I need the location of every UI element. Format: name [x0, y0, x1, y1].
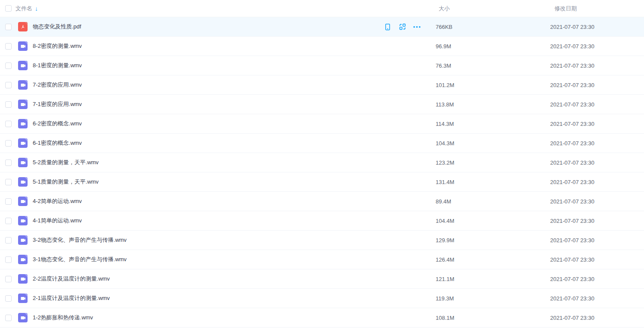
table-row[interactable]: 5-1质量的测量，天平.wmv 131.4M 2021-07-07 23:30: [0, 172, 644, 192]
file-date: 2021-07-07 23:30: [549, 179, 644, 185]
file-date: 2021-07-07 23:30: [549, 24, 644, 30]
file-name[interactable]: 7-2密度的应用.wmv: [33, 81, 82, 89]
video-file-icon: [18, 313, 28, 322]
table-row[interactable]: 2-2温度计及温度计的测量.wmv 121.1M 2021-07-07 23:3…: [0, 269, 644, 289]
video-file-icon: [18, 177, 28, 187]
file-date: 2021-07-07 23:30: [549, 315, 644, 321]
column-header-size[interactable]: 大小: [433, 5, 549, 12]
row-checkbox[interactable]: [5, 256, 12, 263]
row-checkbox[interactable]: [5, 159, 12, 166]
file-name[interactable]: 1-2热膨胀和热传递.wmv: [33, 314, 93, 322]
table-row[interactable]: 8-2密度的测量.wmv 96.9M 2021-07-07 23:30: [0, 37, 644, 56]
row-checkbox[interactable]: [5, 198, 12, 205]
sort-descending-icon[interactable]: ↓: [35, 5, 38, 12]
file-date: 2021-07-07 23:30: [549, 256, 644, 263]
file-name[interactable]: 5-1质量的测量，天平.wmv: [33, 178, 99, 186]
video-file-icon: [18, 61, 28, 70]
row-checkbox[interactable]: [5, 218, 12, 224]
icon-fold-corner: [25, 177, 28, 180]
file-name[interactable]: 7-1密度的应用.wmv: [33, 100, 82, 108]
row-checkbox[interactable]: [5, 121, 12, 127]
file-name[interactable]: 6-2密度的概念.wmv: [33, 120, 82, 128]
icon-fold-corner: [25, 22, 28, 25]
icon-fold-corner: [25, 197, 28, 200]
icon-fold-corner: [25, 158, 28, 161]
file-name[interactable]: 4-2简单的运动.wmv: [33, 197, 82, 205]
table-row[interactable]: 6-2密度的概念.wmv 114.3M 2021-07-07 23:30: [0, 114, 644, 134]
table-row[interactable]: 7-1密度的应用.wmv 113.8M 2021-07-07 23:30: [0, 95, 644, 114]
table-row[interactable]: 3-1物态变化、声音的产生与传播.wmv 126.4M 2021-07-07 2…: [0, 250, 644, 269]
file-date: 2021-07-07 23:30: [549, 295, 644, 302]
column-header-date[interactable]: 修改日期: [549, 5, 644, 12]
file-date: 2021-07-07 23:30: [549, 276, 644, 282]
row-checkbox[interactable]: [5, 43, 12, 50]
file-date: 2021-07-07 23:30: [549, 43, 644, 50]
row-checkbox[interactable]: [5, 24, 12, 30]
icon-fold-corner: [25, 255, 28, 258]
file-name[interactable]: 6-1密度的概念.wmv: [33, 139, 82, 147]
file-name[interactable]: 4-1简单的运动.wmv: [33, 217, 82, 225]
file-date: 2021-07-07 23:30: [549, 140, 644, 147]
row-checkbox[interactable]: [5, 315, 12, 321]
file-size: 89.4M: [433, 198, 549, 205]
table-row[interactable]: 5-2质量的测量，天平.wmv 123.2M 2021-07-07 23:30: [0, 153, 644, 172]
row-checkbox[interactable]: [5, 82, 12, 88]
row-actions: [384, 23, 433, 31]
row-checkbox[interactable]: [5, 295, 12, 302]
video-file-icon: [18, 80, 28, 90]
file-date: 2021-07-07 23:30: [549, 218, 644, 224]
icon-fold-corner: [25, 313, 28, 316]
file-name[interactable]: 3-1物态变化、声音的产生与传播.wmv: [33, 256, 127, 263]
table-row[interactable]: 7-2密度的应用.wmv 101.2M 2021-07-07 23:30: [0, 75, 644, 95]
table-row[interactable]: 8-1密度的测量.wmv 76.3M 2021-07-07 23:30: [0, 56, 644, 75]
video-file-icon: [18, 274, 28, 284]
table-row[interactable]: 6-1密度的概念.wmv 104.3M 2021-07-07 23:30: [0, 134, 644, 153]
row-checkbox[interactable]: [5, 101, 12, 108]
table-row[interactable]: 2-1温度计及温度计的测量.wmv 119.3M 2021-07-07 23:3…: [0, 289, 644, 308]
icon-fold-corner: [25, 138, 28, 141]
video-file-icon: [18, 138, 28, 148]
file-size: 119.3M: [433, 295, 549, 302]
row-checkbox[interactable]: [5, 140, 12, 147]
file-name[interactable]: 8-1密度的测量.wmv: [33, 62, 82, 69]
select-all-checkbox[interactable]: [5, 5, 12, 12]
table-row[interactable]: 4-1简单的运动.wmv 104.4M 2021-07-07 23:30: [0, 211, 644, 231]
row-checkbox[interactable]: [5, 237, 12, 244]
file-name[interactable]: 8-2密度的测量.wmv: [33, 42, 82, 50]
icon-fold-corner: [25, 61, 28, 64]
table-row[interactable]: 4-2简单的运动.wmv 89.4M 2021-07-07 23:30: [0, 192, 644, 211]
video-file-icon: [18, 235, 28, 245]
icon-fold-corner: [25, 41, 28, 44]
transfer-icon[interactable]: [399, 23, 406, 31]
file-name[interactable]: 3-2物态变化、声音的产生与传播.wmv: [33, 236, 127, 244]
file-size: 123.2M: [433, 159, 549, 166]
row-checkbox[interactable]: [5, 179, 12, 185]
video-file-icon: [18, 41, 28, 51]
file-table: 文件名 ↓ 大小 修改日期 物态变化及性质.pdf: [0, 0, 644, 328]
row-checkbox[interactable]: [5, 62, 12, 69]
table-row[interactable]: 物态变化及性质.pdf: [0, 17, 644, 37]
file-date: 2021-07-07 23:30: [549, 198, 644, 205]
table-row[interactable]: 1-2热膨胀和热传递.wmv 108.1M 2021-07-07 23:30: [0, 308, 644, 328]
file-size: 76.3M: [433, 62, 549, 69]
file-size: 96.9M: [433, 43, 549, 50]
file-name[interactable]: 物态变化及性质.pdf: [33, 23, 81, 31]
video-file-icon: [18, 255, 28, 264]
video-file-icon: [18, 119, 28, 128]
file-name[interactable]: 5-2质量的测量，天平.wmv: [33, 159, 99, 166]
file-date: 2021-07-07 23:30: [549, 82, 644, 88]
file-name[interactable]: 2-2温度计及温度计的测量.wmv: [33, 275, 110, 283]
icon-fold-corner: [25, 80, 28, 83]
file-size: 126.4M: [433, 256, 549, 263]
table-row[interactable]: 3-2物态变化、声音的产生与传播.wmv 129.9M 2021-07-07 2…: [0, 231, 644, 250]
column-header-filename[interactable]: 文件名: [15, 5, 32, 12]
phone-icon[interactable]: [384, 23, 391, 31]
file-size: 766KB: [433, 24, 549, 30]
icon-fold-corner: [25, 119, 28, 122]
icon-fold-corner: [25, 274, 28, 277]
file-size: 114.3M: [433, 121, 549, 127]
row-checkbox[interactable]: [5, 276, 12, 282]
file-size: 108.1M: [433, 315, 549, 321]
more-dots-icon[interactable]: [413, 23, 421, 31]
file-name[interactable]: 2-1温度计及温度计的测量.wmv: [33, 294, 110, 302]
